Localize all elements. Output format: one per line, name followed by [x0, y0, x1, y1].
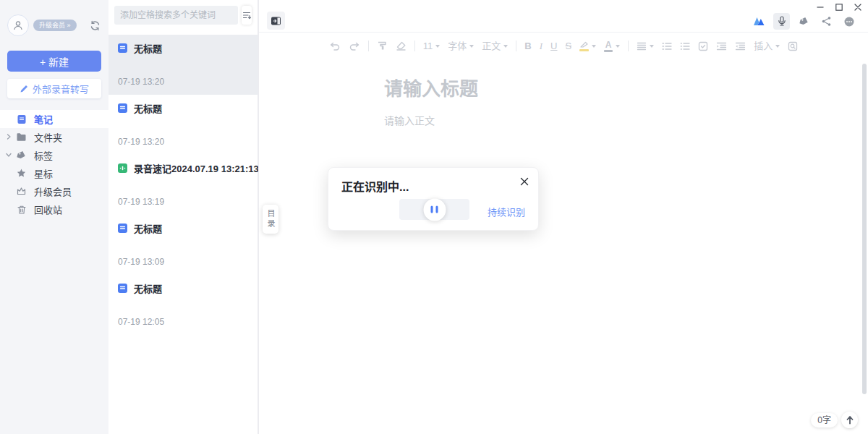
caret-down-icon [503, 45, 508, 48]
font-color-swatch [604, 50, 613, 52]
search-input[interactable] [114, 6, 238, 25]
scrollbar[interactable] [862, 64, 867, 394]
insert-label: 插入 [754, 41, 773, 51]
ai-logo-icon [753, 16, 765, 27]
note-list-item[interactable]: 录音速记2024.07.19 13:21:13 07-19 13:19 [109, 155, 258, 215]
highlight-color-swatch [579, 49, 589, 51]
indent-increase-button[interactable] [716, 42, 727, 51]
sidebar-item-folders[interactable]: 文件夹 [0, 128, 109, 146]
editor-body[interactable]: 请输入标题 请输入正文 [259, 59, 868, 127]
trash-icon [16, 204, 27, 215]
ai-logo-button[interactable] [751, 13, 767, 30]
font-color-letter: A [605, 41, 612, 49]
chevron-down-icon[interactable] [4, 150, 13, 159]
bullet-list-button[interactable] [680, 42, 690, 51]
toolbar-separator [368, 41, 369, 51]
tag-icon [16, 150, 27, 161]
sidebar-item-tags[interactable]: 标签 [0, 146, 109, 164]
sidebar-item-label: 文件夹 [34, 130, 62, 144]
tag-icon [799, 16, 809, 27]
dialog-close-button[interactable] [519, 176, 529, 187]
format-painter-button[interactable] [377, 41, 388, 51]
crown-icon [16, 186, 27, 197]
italic-button[interactable]: I [540, 41, 542, 51]
sidebar-item-starred[interactable]: 星标 [0, 164, 109, 182]
sidebar-item-label: 标签 [34, 148, 53, 162]
caret-down-icon [650, 45, 654, 48]
sidebar-item-upgrade[interactable]: 升级会员 [0, 182, 109, 200]
note-doc-icon [117, 103, 128, 114]
toc-tab[interactable]: 目录 [263, 205, 278, 234]
maximize-button[interactable] [833, 1, 845, 13]
bold-button[interactable]: B [524, 41, 531, 51]
toolbar-separator [628, 41, 629, 51]
highlight-color-button[interactable] [579, 41, 596, 51]
titlebar [259, 0, 868, 33]
share-button[interactable] [818, 13, 835, 30]
close-icon [519, 176, 529, 187]
underline-button[interactable]: U [550, 41, 557, 51]
body-placeholder[interactable]: 请输入正文 [384, 113, 868, 127]
redo-button[interactable] [349, 41, 360, 51]
note-date: 07-19 13:20 [118, 137, 164, 147]
note-date: 07-19 13:20 [118, 77, 164, 87]
note-doc-icon [117, 283, 128, 294]
eraser-button[interactable] [396, 41, 407, 51]
refresh-button[interactable] [89, 20, 101, 32]
continue-recognition-link[interactable]: 持续识别 [488, 205, 525, 218]
tag-button[interactable] [796, 13, 812, 30]
font-family-dropdown[interactable]: 字体 [448, 41, 474, 51]
chevron-right-icon[interactable] [4, 132, 13, 141]
format-toolbar: 11 字体 正文 B I U S [259, 33, 868, 59]
external-transcribe-button[interactable]: 外部录音转写 [7, 79, 101, 98]
format-painter-icon [377, 41, 388, 51]
note-list-item[interactable]: 无标题 07-19 12:05 [109, 275, 258, 335]
caret-down-icon [435, 45, 440, 48]
note-title: 无标题 [134, 101, 162, 115]
minimize-icon [816, 3, 825, 12]
sidebar-item-trash[interactable]: 回收站 [0, 200, 109, 218]
sidebar-item-notes[interactable]: 笔记 [0, 110, 109, 128]
title-placeholder[interactable]: 请输入标题 [384, 74, 868, 101]
sidebar-item-label: 回收站 [34, 203, 62, 216]
header-actions [751, 13, 857, 30]
collapse-sidebar-button[interactable] [267, 12, 285, 30]
microphone-button[interactable] [773, 13, 790, 30]
recognition-dialog: 正在识别中... 持续识别 [328, 167, 539, 231]
font-size-dropdown[interactable]: 11 [423, 41, 441, 51]
search-row [109, 0, 258, 30]
align-dropdown[interactable] [637, 42, 654, 51]
sidebar-nav: 笔记 文件夹 标签 [0, 110, 109, 218]
indent-decrease-button[interactable] [735, 42, 746, 51]
upgrade-member-badge[interactable]: 升级会员 » [33, 20, 77, 31]
more-ellipsis-icon [843, 16, 855, 27]
sort-button[interactable] [242, 6, 252, 25]
avatar[interactable] [7, 14, 29, 36]
user-row: 升级会员 » [0, 0, 109, 36]
font-color-button[interactable]: A [604, 41, 620, 52]
paragraph-style-dropdown[interactable]: 正文 [482, 41, 508, 51]
toolbar-separator [414, 41, 415, 51]
refresh-icon [89, 20, 101, 32]
new-note-button[interactable]: + 新建 [7, 51, 101, 72]
minimize-button[interactable] [814, 1, 826, 13]
note-list-item[interactable]: 无标题 07-19 13:09 [109, 215, 258, 275]
close-window-button[interactable] [851, 1, 864, 13]
microphone-icon [777, 16, 787, 27]
scroll-to-top-button[interactable] [841, 412, 858, 428]
checkbox-icon [698, 41, 708, 51]
ordered-list-button[interactable] [662, 42, 672, 51]
pause-recognition-button[interactable] [399, 199, 469, 220]
checklist-button[interactable] [698, 41, 708, 51]
pencil-icon [20, 84, 29, 93]
note-items: 无标题 07-19 13:20 无标题 07-19 13:20 [109, 35, 258, 335]
audio-note-icon [117, 163, 128, 174]
note-list-item[interactable]: 无标题 07-19 13:20 [109, 95, 258, 155]
insert-dropdown[interactable]: 插入 [754, 41, 780, 51]
folder-icon [16, 132, 27, 142]
undo-button[interactable] [329, 41, 341, 51]
note-list-item[interactable]: 无标题 07-19 13:20 [109, 35, 258, 95]
more-options-button[interactable] [841, 13, 857, 30]
find-replace-button[interactable] [788, 41, 798, 51]
strikethrough-button[interactable]: S [565, 41, 571, 51]
